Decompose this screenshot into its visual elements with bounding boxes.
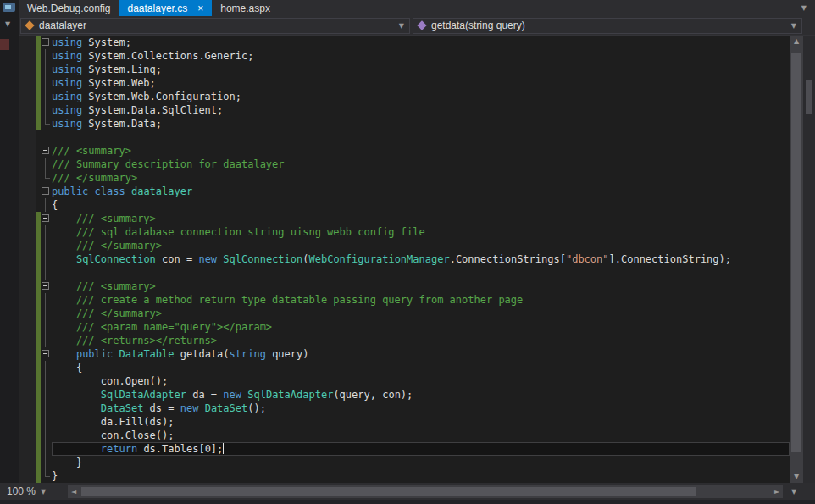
- code-text[interactable]: /// sql database connection string uisng…: [52, 225, 790, 239]
- indicator-margin[interactable]: [19, 144, 36, 158]
- indicator-margin[interactable]: [19, 36, 36, 49]
- code-text[interactable]: using System.Linq;: [52, 63, 790, 76]
- indicator-margin[interactable]: [19, 307, 36, 320]
- scroll-up-icon[interactable]: ▲: [794, 36, 799, 47]
- indicator-margin[interactable]: [19, 266, 36, 280]
- indicator-margin[interactable]: [19, 388, 36, 402]
- fold-toggle[interactable]: [41, 347, 52, 361]
- horizontal-scrollbar-thumb[interactable]: [81, 487, 696, 496]
- indicator-margin[interactable]: [19, 429, 36, 442]
- tab-list-chevron-icon[interactable]: ▼: [801, 4, 807, 12]
- code-line[interactable]: con.Open();: [19, 374, 790, 388]
- code-line[interactable]: con.Close();: [19, 429, 790, 442]
- type-dropdown[interactable]: daatalayer ▼: [20, 18, 410, 34]
- code-text[interactable]: con.Close();: [52, 429, 790, 442]
- scroll-right-icon[interactable]: ►: [771, 488, 783, 496]
- code-line[interactable]: using System.Data.SqlClient;: [19, 103, 790, 117]
- indicator-margin[interactable]: [19, 63, 36, 76]
- code-line[interactable]: /// sql database connection string uisng…: [19, 225, 790, 239]
- code-line[interactable]: /// <summary>: [19, 212, 790, 225]
- indicator-margin[interactable]: [19, 252, 36, 266]
- code-line[interactable]: using System.Web.Configuration;: [19, 90, 790, 103]
- code-text[interactable]: /// Summary description for daatalayer: [52, 158, 790, 171]
- indicator-margin[interactable]: [19, 117, 36, 130]
- code-text[interactable]: }: [52, 469, 790, 483]
- indicator-margin[interactable]: [19, 415, 36, 429]
- indicator-margin[interactable]: [19, 76, 36, 90]
- indicator-margin[interactable]: [19, 334, 36, 347]
- code-line[interactable]: DataSet ds = new DataSet();: [19, 402, 790, 415]
- indicator-margin[interactable]: [19, 103, 36, 117]
- code-text[interactable]: {: [52, 198, 790, 212]
- left-toolbar-chevron-icon[interactable]: ▼: [5, 20, 10, 28]
- code-line[interactable]: /// </summary>: [19, 239, 790, 252]
- code-text[interactable]: SqlConnection con = new SqlConnection(We…: [52, 252, 790, 266]
- indicator-margin[interactable]: [19, 225, 36, 239]
- code-line[interactable]: /// <summary>: [19, 144, 790, 158]
- scroll-left-icon[interactable]: ◄: [68, 488, 80, 496]
- code-line[interactable]: public DataTable getdata(string query): [19, 347, 790, 361]
- indicator-margin[interactable]: [19, 361, 36, 374]
- indicator-margin[interactable]: [19, 456, 36, 469]
- indicator-margin[interactable]: [19, 212, 36, 225]
- code-text[interactable]: public DataTable getdata(string query): [52, 347, 790, 361]
- outer-scrollbar[interactable]: [803, 36, 815, 483]
- code-line[interactable]: /// create a method return type datatabl…: [19, 293, 790, 307]
- fold-toggle[interactable]: [41, 185, 52, 198]
- code-line[interactable]: using System.Web;: [19, 76, 790, 90]
- code-line[interactable]: [19, 130, 790, 144]
- code-text[interactable]: SqlDataAdapter da = new SqlDataAdapter(q…: [52, 388, 790, 402]
- code-line[interactable]: /// </summary>: [19, 171, 790, 185]
- code-text[interactable]: /// </summary>: [52, 239, 790, 252]
- indicator-margin[interactable]: [19, 402, 36, 415]
- member-dropdown[interactable]: getdata(string query) ▼: [413, 18, 802, 34]
- code-line[interactable]: SqlConnection con = new SqlConnection(We…: [19, 252, 790, 266]
- code-line[interactable]: }: [19, 456, 790, 469]
- code-line[interactable]: /// <param name="query"></param>: [19, 320, 790, 334]
- tab-daatalayer-cs[interactable]: daatalayer.cs ×: [119, 0, 213, 16]
- code-text[interactable]: /// <param name="query"></param>: [52, 320, 790, 334]
- code-text[interactable]: /// create a method return type datatabl…: [52, 293, 790, 307]
- code-line[interactable]: {: [19, 361, 790, 374]
- code-text[interactable]: /// <returns></returns>: [52, 334, 790, 347]
- code-line[interactable]: {: [19, 198, 790, 212]
- tab-web-debug-config[interactable]: Web.Debug.config: [19, 0, 119, 16]
- code-text[interactable]: con.Open();: [52, 374, 790, 388]
- fold-toggle[interactable]: [41, 212, 52, 225]
- indicator-margin[interactable]: [19, 293, 36, 307]
- horizontal-scrollbar-track[interactable]: [80, 485, 771, 498]
- code-line[interactable]: return ds.Tables[0];: [19, 442, 790, 456]
- indicator-margin[interactable]: [19, 469, 36, 483]
- zoom-control[interactable]: 100 % ▼: [0, 485, 68, 497]
- fold-toggle[interactable]: [41, 280, 52, 293]
- code-text[interactable]: using System.Web.Configuration;: [52, 90, 790, 103]
- code-text[interactable]: /// <summary>: [52, 144, 790, 158]
- code-line[interactable]: public class daatalayer: [19, 185, 790, 198]
- scroll-down-icon[interactable]: ▼: [794, 471, 799, 483]
- code-text[interactable]: /// <summary>: [52, 280, 790, 293]
- code-text[interactable]: using System.Data.SqlClient;: [52, 103, 790, 117]
- indicator-margin[interactable]: [19, 130, 36, 144]
- code-text[interactable]: {: [52, 361, 790, 374]
- indicator-margin[interactable]: [19, 198, 36, 212]
- fold-toggle[interactable]: [41, 36, 52, 49]
- code-text[interactable]: }: [52, 456, 790, 469]
- vertical-scrollbar[interactable]: ▲ ▼: [790, 36, 803, 483]
- code-line[interactable]: /// </summary>: [19, 307, 790, 320]
- code-text[interactable]: DataSet ds = new DataSet();: [52, 402, 790, 415]
- tool-tab-icon[interactable]: [0, 39, 9, 50]
- indicator-margin[interactable]: [19, 442, 36, 456]
- code-text[interactable]: return ds.Tables[0];: [52, 442, 790, 456]
- indicator-margin[interactable]: [19, 49, 36, 63]
- vertical-scrollbar-thumb[interactable]: [791, 53, 801, 452]
- code-line[interactable]: using System.Collections.Generic;: [19, 49, 790, 63]
- code-line[interactable]: /// <summary>: [19, 280, 790, 293]
- code-line[interactable]: /// <returns></returns>: [19, 334, 790, 347]
- horizontal-scrollbar[interactable]: ◄ ►: [68, 485, 783, 498]
- code-text[interactable]: using System.Data;: [52, 117, 790, 130]
- indicator-margin[interactable]: [19, 90, 36, 103]
- code-line[interactable]: /// Summary description for daatalayer: [19, 158, 790, 171]
- code-text[interactable]: /// </summary>: [52, 307, 790, 320]
- vertical-scrollbar-track[interactable]: [790, 47, 803, 471]
- tab-home-aspx[interactable]: home.aspx: [212, 0, 279, 16]
